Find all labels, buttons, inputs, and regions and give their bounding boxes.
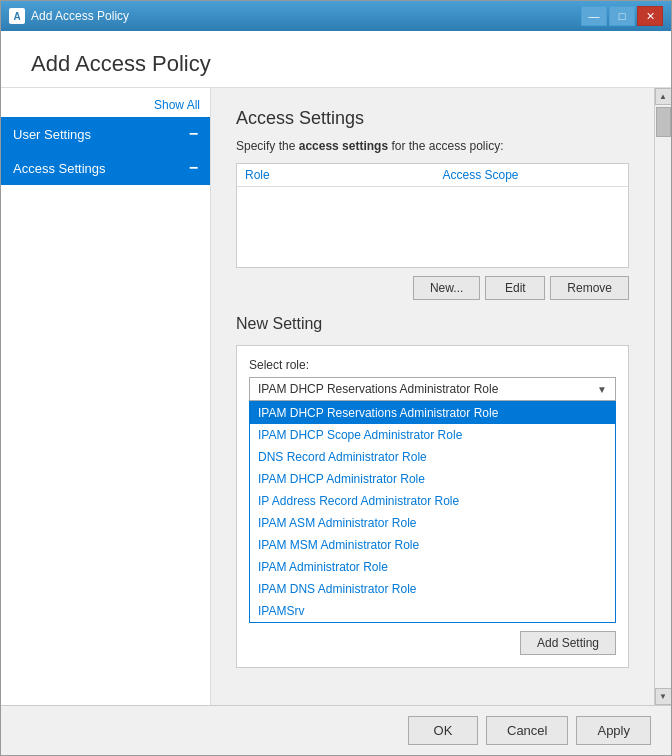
dropdown-item-1[interactable]: IPAM DHCP Scope Administrator Role	[250, 424, 615, 446]
main-window: A Add Access Policy — □ ✕ Add Access Pol…	[0, 0, 672, 756]
footer: OK Cancel Apply	[1, 705, 671, 755]
sidebar-item-label: Access Settings	[13, 161, 106, 176]
add-setting-row: Add Setting	[249, 631, 616, 655]
dropdown-item-2[interactable]: DNS Record Administrator Role	[250, 446, 615, 468]
new-setting-title: New Setting	[236, 315, 629, 333]
collapse-icon-user: −	[189, 125, 198, 143]
window-title: Add Access Policy	[31, 9, 581, 23]
title-bar: A Add Access Policy — □ ✕	[1, 1, 671, 31]
dropdown-selected-value: IPAM DHCP Reservations Administrator Rol…	[258, 382, 498, 396]
sidebar-item-label: User Settings	[13, 127, 91, 142]
scroll-up-button[interactable]: ▲	[655, 88, 672, 105]
dropdown-item-5[interactable]: IPAM ASM Administrator Role	[250, 512, 615, 534]
col-access-scope: Access Scope	[423, 168, 621, 182]
table-action-buttons: New... Edit Remove	[236, 276, 629, 300]
remove-button[interactable]: Remove	[550, 276, 629, 300]
sidebar-item-user-settings[interactable]: User Settings −	[1, 117, 210, 151]
window-icon: A	[9, 8, 25, 24]
scroll-down-button[interactable]: ▼	[655, 688, 672, 705]
dropdown-item-8[interactable]: IPAM DNS Administrator Role	[250, 578, 615, 600]
dropdown-item-7[interactable]: IPAM Administrator Role	[250, 556, 615, 578]
main-area: Show All User Settings − Access Settings…	[1, 88, 671, 705]
access-settings-desc: Specify the access settings for the acce…	[236, 139, 629, 153]
role-dropdown-container: IPAM DHCP Reservations Administrator Rol…	[249, 377, 616, 623]
window-controls: — □ ✕	[581, 6, 663, 26]
window-content: Add Access Policy Show All User Settings…	[1, 31, 671, 755]
new-button[interactable]: New...	[413, 276, 480, 300]
access-table: Role Access Scope	[236, 163, 629, 268]
dropdown-item-3[interactable]: IPAM DHCP Administrator Role	[250, 468, 615, 490]
edit-button[interactable]: Edit	[485, 276, 545, 300]
dropdown-item-0[interactable]: IPAM DHCP Reservations Administrator Rol…	[250, 402, 615, 424]
page-title: Add Access Policy	[31, 51, 641, 77]
close-button[interactable]: ✕	[637, 6, 663, 26]
add-setting-button[interactable]: Add Setting	[520, 631, 616, 655]
select-role-label: Select role:	[249, 358, 616, 372]
cancel-button[interactable]: Cancel	[486, 716, 568, 745]
table-header: Role Access Scope	[237, 164, 628, 187]
show-all-link[interactable]: Show All	[1, 98, 210, 117]
content-area: Access Settings Specify the access setti…	[211, 88, 654, 705]
dropdown-item-4[interactable]: IP Address Record Administrator Role	[250, 490, 615, 512]
new-setting-panel: Select role: IPAM DHCP Reservations Admi…	[236, 345, 629, 668]
scrollbar: ▲ ▼	[654, 88, 671, 705]
col-role: Role	[245, 168, 423, 182]
maximize-button[interactable]: □	[609, 6, 635, 26]
collapse-icon-access: −	[189, 159, 198, 177]
dropdown-item-9[interactable]: IPAMSrv	[250, 600, 615, 622]
access-settings-title: Access Settings	[236, 108, 629, 129]
apply-button[interactable]: Apply	[576, 716, 651, 745]
page-header: Add Access Policy	[1, 31, 671, 88]
dropdown-arrow-icon: ▼	[597, 384, 607, 395]
sidebar-item-access-settings[interactable]: Access Settings −	[1, 151, 210, 185]
dropdown-item-6[interactable]: IPAM MSM Administrator Role	[250, 534, 615, 556]
dropdown-list: IPAM DHCP Reservations Administrator Rol…	[249, 401, 616, 623]
minimize-button[interactable]: —	[581, 6, 607, 26]
role-dropdown[interactable]: IPAM DHCP Reservations Administrator Rol…	[249, 377, 616, 401]
sidebar: Show All User Settings − Access Settings…	[1, 88, 211, 705]
scroll-thumb[interactable]	[656, 107, 671, 137]
ok-button[interactable]: OK	[408, 716, 478, 745]
table-body	[237, 187, 628, 267]
